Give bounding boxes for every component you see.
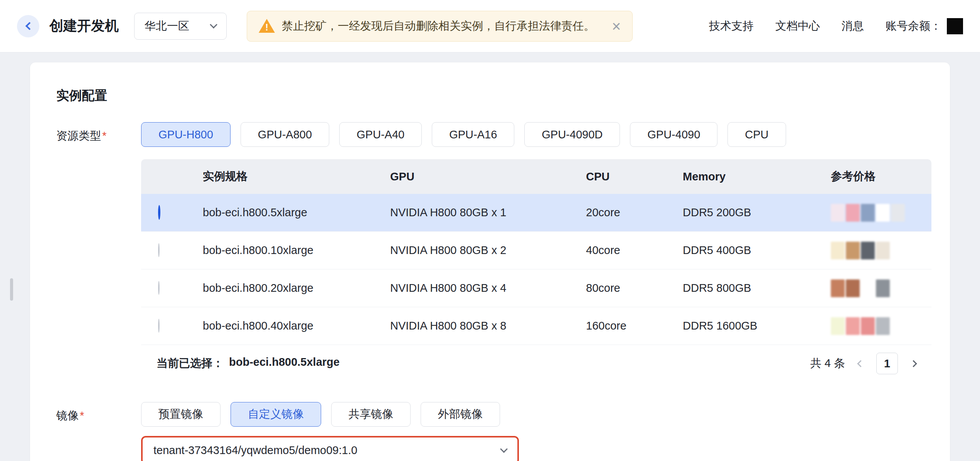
resource-option-gpu-4090[interactable]: GPU-4090 bbox=[630, 122, 717, 147]
image-option-shared[interactable]: 共享镜像 bbox=[331, 402, 411, 427]
price-masked bbox=[831, 279, 931, 297]
image-label: 镜像* bbox=[56, 402, 141, 424]
cell-spec: bob-eci.h800.5xlarge bbox=[187, 194, 375, 232]
spec-row[interactable]: bob-eci.h800.5xlarge NVIDIA H800 80GB x … bbox=[141, 194, 931, 232]
cell-memory: DDR5 400GB bbox=[667, 232, 815, 269]
cell-gpu: NVIDIA H800 80GB x 8 bbox=[375, 307, 571, 345]
col-header-gpu: GPU bbox=[375, 159, 571, 194]
nav-docs-link[interactable]: 文档中心 bbox=[775, 19, 820, 34]
cell-gpu: NVIDIA H800 80GB x 1 bbox=[375, 194, 571, 232]
resource-option-gpu-a40[interactable]: GPU-A40 bbox=[339, 122, 422, 147]
cell-cpu: 80core bbox=[571, 269, 667, 307]
price-masked bbox=[831, 317, 931, 335]
chevron-down-icon bbox=[210, 21, 217, 29]
cell-cpu: 40core bbox=[571, 232, 667, 269]
cell-cpu: 20core bbox=[571, 194, 667, 232]
resource-type-content: GPU-H800 GPU-A800 GPU-A40 GPU-A16 GPU-40… bbox=[141, 122, 931, 382]
custom-image-select[interactable]: tenant-37343164/yqwdemo5/demo09:1.0 bbox=[141, 436, 519, 461]
nav-support-link[interactable]: 技术支持 bbox=[709, 19, 754, 34]
pagination: 共 4 条 1 bbox=[810, 353, 916, 374]
resource-option-gpu-4090d[interactable]: GPU-4090D bbox=[524, 122, 620, 147]
page-title: 创建开发机 bbox=[49, 17, 119, 35]
radio-unselected[interactable] bbox=[158, 319, 160, 333]
radio-selected[interactable] bbox=[158, 205, 160, 220]
col-header-spec: 实例规格 bbox=[187, 159, 375, 194]
cell-gpu: NVIDIA H800 80GB x 4 bbox=[375, 269, 571, 307]
spec-row[interactable]: bob-eci.h800.40xlarge NVIDIA H800 80GB x… bbox=[141, 307, 931, 345]
spec-table: 实例规格 GPU CPU Memory 参考价格 bo bbox=[141, 159, 931, 345]
back-button[interactable] bbox=[17, 15, 39, 37]
balance-label: 账号余额： bbox=[886, 19, 941, 34]
scrollbar-thumb[interactable] bbox=[10, 278, 13, 301]
required-asterisk: * bbox=[102, 130, 106, 142]
col-header-cpu: CPU bbox=[571, 159, 667, 194]
image-option-custom[interactable]: 自定义镜像 bbox=[231, 402, 321, 427]
total-count: 共 4 条 bbox=[810, 356, 845, 371]
required-asterisk: * bbox=[80, 409, 84, 422]
cell-memory: DDR5 800GB bbox=[667, 269, 815, 307]
top-nav: 技术支持 文档中心 消息 账号余额： bbox=[709, 18, 963, 34]
cell-spec: bob-eci.h800.10xlarge bbox=[187, 232, 375, 269]
spec-table-header-row: 实例规格 GPU CPU Memory 参考价格 bbox=[141, 159, 931, 194]
resource-option-gpu-a16[interactable]: GPU-A16 bbox=[432, 122, 514, 147]
region-select-value: 华北一区 bbox=[145, 19, 189, 34]
cell-cpu: 160core bbox=[571, 307, 667, 345]
main-content: 实例配置 资源类型* GPU-H800 GPU-A800 GPU-A40 GPU… bbox=[0, 52, 980, 461]
resource-type-label-text: 资源类型 bbox=[56, 130, 101, 142]
balance-masked-value bbox=[947, 18, 963, 34]
col-header-memory: Memory bbox=[667, 159, 815, 194]
current-selection-label: 当前已选择： bbox=[157, 356, 224, 371]
resource-option-gpu-h800[interactable]: GPU-H800 bbox=[141, 122, 231, 147]
cell-gpu: NVIDIA H800 80GB x 2 bbox=[375, 232, 571, 269]
cell-spec: bob-eci.h800.20xlarge bbox=[187, 269, 375, 307]
section-title: 实例配置 bbox=[56, 87, 924, 104]
cell-memory: DDR5 1600GB bbox=[667, 307, 815, 345]
spec-table-wrap: 实例规格 GPU CPU Memory 参考价格 bo bbox=[141, 159, 931, 382]
price-masked bbox=[831, 204, 931, 222]
warning-banner: 禁止挖矿，一经发现后自动删除相关实例，自行承担法律责任。 × bbox=[247, 11, 633, 42]
next-page-button[interactable] bbox=[910, 360, 917, 367]
top-bar: 创建开发机 华北一区 禁止挖矿，一经发现后自动删除相关实例，自行承担法律责任。 … bbox=[0, 0, 980, 52]
image-option-preset[interactable]: 预置镜像 bbox=[141, 402, 221, 427]
resource-type-options: GPU-H800 GPU-A800 GPU-A40 GPU-A16 GPU-40… bbox=[141, 122, 931, 147]
radio-unselected[interactable] bbox=[158, 243, 160, 257]
close-icon[interactable]: × bbox=[612, 19, 621, 34]
resource-option-gpu-a800[interactable]: GPU-A800 bbox=[241, 122, 329, 147]
warning-text: 禁止挖矿，一经发现后自动删除相关实例，自行承担法律责任。 bbox=[282, 19, 595, 34]
image-row: 镜像* 预置镜像 自定义镜像 共享镜像 外部镜像 tenant-37343164… bbox=[56, 402, 924, 461]
current-selection: 当前已选择： bob-eci.h800.5xlarge bbox=[157, 356, 340, 371]
spec-row[interactable]: bob-eci.h800.20xlarge NVIDIA H800 80GB x… bbox=[141, 269, 931, 307]
chevron-left-icon bbox=[25, 22, 33, 30]
resource-option-cpu[interactable]: CPU bbox=[727, 122, 786, 147]
resource-type-row: 资源类型* GPU-H800 GPU-A800 GPU-A40 GPU-A16 … bbox=[56, 122, 924, 382]
cell-memory: DDR5 200GB bbox=[667, 194, 815, 232]
radio-unselected[interactable] bbox=[158, 281, 160, 295]
image-content: 预置镜像 自定义镜像 共享镜像 外部镜像 tenant-37343164/yqw… bbox=[141, 402, 519, 461]
spec-table-footer: 当前已选择： bob-eci.h800.5xlarge 共 4 条 1 bbox=[141, 345, 931, 382]
image-label-text: 镜像 bbox=[56, 409, 79, 422]
region-select[interactable]: 华北一区 bbox=[134, 13, 227, 40]
image-option-external[interactable]: 外部镜像 bbox=[421, 402, 500, 427]
chevron-down-icon bbox=[500, 445, 508, 453]
image-type-options: 预置镜像 自定义镜像 共享镜像 外部镜像 bbox=[141, 402, 519, 427]
current-selection-value: bob-eci.h800.5xlarge bbox=[229, 356, 340, 371]
instance-config-card: 实例配置 资源类型* GPU-H800 GPU-A800 GPU-A40 GPU… bbox=[30, 62, 950, 461]
custom-image-select-value: tenant-37343164/yqwdemo5/demo09:1.0 bbox=[153, 444, 357, 457]
spec-row[interactable]: bob-eci.h800.10xlarge NVIDIA H800 80GB x… bbox=[141, 232, 931, 269]
resource-type-label: 资源类型* bbox=[56, 122, 141, 144]
col-header-price: 参考价格 bbox=[815, 159, 931, 194]
account-balance: 账号余额： bbox=[886, 18, 963, 34]
prev-page-button[interactable] bbox=[857, 360, 864, 367]
radio-column-header bbox=[141, 159, 187, 194]
create-devmachine-page: 创建开发机 华北一区 禁止挖矿，一经发现后自动删除相关实例，自行承担法律责任。 … bbox=[0, 0, 980, 461]
nav-messages-link[interactable]: 消息 bbox=[842, 19, 864, 34]
current-page-button[interactable]: 1 bbox=[876, 353, 898, 374]
warning-icon bbox=[259, 19, 275, 34]
cell-spec: bob-eci.h800.40xlarge bbox=[187, 307, 375, 345]
price-masked bbox=[831, 242, 931, 259]
